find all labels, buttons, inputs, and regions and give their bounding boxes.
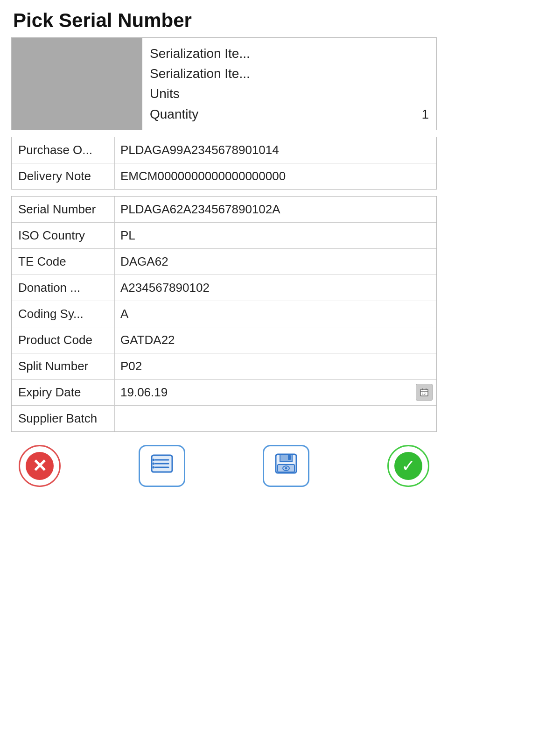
serialization-item-1: Serialization Ite... [150, 44, 429, 63]
te-code-input[interactable] [120, 254, 431, 269]
top-info-details: Serialization Ite... Serialization Ite..… [142, 38, 436, 130]
serialization-item-2: Serialization Ite... [150, 64, 429, 83]
svg-text:12: 12 [422, 392, 426, 395]
purchase-order-row: Purchase O... [12, 137, 436, 163]
coding-sys-row: Coding Sy... [12, 301, 436, 327]
purchase-order-input[interactable] [120, 143, 431, 157]
expiry-date-label: Expiry Date [12, 380, 114, 405]
delivery-note-label: Delivery Note [12, 163, 114, 189]
donation-input[interactable] [120, 281, 431, 295]
svg-point-12 [152, 466, 154, 468]
serial-number-value[interactable] [114, 197, 436, 222]
product-code-value[interactable] [114, 327, 436, 353]
expiry-date-row: Expiry Date 12 [12, 380, 436, 406]
te-code-value[interactable] [114, 249, 436, 275]
top-info-card: Serialization Ite... Serialization Ite..… [11, 37, 437, 130]
svg-point-10 [152, 458, 154, 461]
purchase-order-value[interactable] [114, 137, 436, 163]
svg-point-11 [152, 462, 154, 465]
page-title: Pick Serial Number [11, 9, 437, 32]
cancel-button[interactable]: ✕ [19, 445, 61, 487]
quantity-label: Quantity [150, 105, 198, 123]
product-code-row: Product Code [12, 327, 436, 353]
donation-value[interactable] [114, 275, 436, 301]
expiry-date-value[interactable]: 12 [114, 380, 436, 405]
supplier-batch-row: Supplier Batch [12, 406, 436, 431]
confirm-button[interactable]: ✓ [387, 445, 429, 487]
iso-country-label: ISO Country [12, 223, 114, 248]
svg-rect-17 [288, 455, 291, 460]
serial-number-row: Serial Number [12, 197, 436, 223]
calendar-icon[interactable]: 12 [416, 384, 433, 401]
coding-sys-value[interactable] [114, 301, 436, 327]
te-code-label: TE Code [12, 249, 114, 275]
iso-country-input[interactable] [120, 228, 431, 243]
iso-country-row: ISO Country [12, 223, 436, 249]
split-number-input[interactable] [120, 359, 431, 374]
te-code-row: TE Code [12, 249, 436, 275]
units-label: Units [150, 85, 429, 103]
coding-sys-input[interactable] [120, 307, 431, 321]
svg-point-21 [285, 467, 287, 469]
serial-section: Serial Number ISO Country TE Code Donati… [11, 196, 437, 432]
product-code-input[interactable] [120, 333, 431, 347]
delivery-note-input[interactable] [120, 169, 431, 183]
expiry-date-input[interactable] [120, 385, 431, 400]
split-number-label: Split Number [12, 353, 114, 379]
purchase-section: Purchase O... Delivery Note [11, 137, 437, 190]
action-bar: ✕ [11, 436, 437, 492]
delivery-note-value[interactable] [114, 163, 436, 189]
split-number-row: Split Number [12, 353, 436, 380]
quantity-line: Quantity 1 [150, 105, 429, 123]
donation-row: Donation ... [12, 275, 436, 301]
confirm-icon: ✓ [394, 452, 422, 480]
save-icon [274, 452, 298, 479]
save-button[interactable] [263, 445, 309, 487]
donation-label: Donation ... [12, 275, 114, 301]
cancel-icon: ✕ [26, 452, 54, 480]
supplier-batch-label: Supplier Batch [12, 406, 114, 431]
supplier-batch-input[interactable] [120, 411, 431, 426]
supplier-batch-value[interactable] [114, 406, 436, 431]
coding-sys-label: Coding Sy... [12, 301, 114, 327]
split-number-value[interactable] [114, 353, 436, 379]
quantity-value: 1 [421, 105, 429, 123]
delivery-note-row: Delivery Note [12, 163, 436, 189]
top-info-image-area [12, 38, 142, 130]
iso-country-value[interactable] [114, 223, 436, 248]
serial-number-label: Serial Number [12, 197, 114, 222]
purchase-order-label: Purchase O... [12, 137, 114, 163]
product-code-label: Product Code [12, 327, 114, 353]
list-button[interactable] [139, 445, 185, 487]
list-icon [150, 452, 174, 479]
serial-number-input[interactable] [120, 202, 431, 217]
